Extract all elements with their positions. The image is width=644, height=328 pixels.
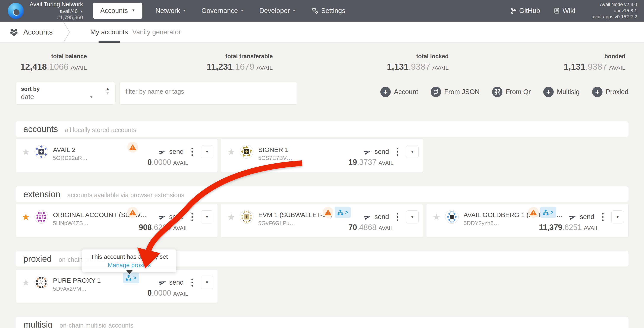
menu-settings-label: Settings — [321, 7, 345, 15]
favorite-star-icon[interactable]: ★ — [227, 213, 235, 222]
summary-dec: .1066 — [47, 62, 68, 71]
menu-governance-label: Governance — [202, 7, 238, 15]
account-name: AVAIL GOLDBERG 1 (EXTENSI… — [464, 211, 528, 219]
account-address[interactable]: 5GRD22aR… — [53, 155, 88, 162]
menu-accounts[interactable]: Accounts ▼ — [93, 2, 142, 19]
favorite-star-icon[interactable]: ★ — [227, 147, 235, 157]
send-button[interactable]: send — [159, 148, 184, 156]
account-actions: + Account From JSON — [380, 87, 628, 97]
menu-settings[interactable]: Settings — [311, 7, 345, 15]
proxy-badge[interactable]: > — [540, 207, 556, 218]
more-menu-icon[interactable] — [396, 211, 399, 223]
account-address[interactable]: 5DvAx2VM… — [53, 286, 101, 292]
proxy-badge[interactable]: > — [335, 207, 351, 218]
avail-logo[interactable] — [8, 3, 24, 19]
favorite-star-icon[interactable]: ★ — [22, 278, 30, 287]
favorite-star-icon[interactable]: ★ — [432, 213, 441, 222]
manage-proxies-link[interactable]: Manage proxies — [85, 262, 174, 269]
users-icon — [9, 28, 20, 36]
summary-dec: .9387 — [409, 62, 430, 71]
expand-details-button[interactable]: ▼ — [406, 210, 418, 223]
menu-developer[interactable]: Developer ▼ — [259, 7, 296, 15]
expand-details-button[interactable]: ▼ — [201, 276, 213, 289]
chevron-down-icon: ▼ — [292, 9, 296, 12]
summary-label: total transferable — [207, 53, 273, 60]
menu-network[interactable]: Network ▼ — [156, 7, 186, 15]
breadcrumb-divider — [63, 21, 70, 43]
chevron-down-icon: ▼ — [182, 9, 186, 12]
balance-unit: AVAIL — [378, 225, 394, 231]
account-identicon[interactable] — [34, 145, 48, 159]
paper-plane-icon — [158, 213, 167, 221]
add-proxied-button[interactable]: + Proxied — [592, 87, 628, 97]
summary-dec: .1679 — [233, 62, 254, 71]
add-account-button[interactable]: + Account — [380, 87, 418, 97]
book-icon — [554, 7, 560, 14]
more-menu-icon[interactable] — [190, 277, 194, 288]
warning-icon[interactable] — [530, 209, 536, 215]
git-branch-icon — [511, 7, 517, 14]
expand-details-button[interactable]: ▼ — [611, 210, 624, 223]
account-address[interactable]: 5HNpW4ZS… — [53, 220, 118, 227]
chevron-down-icon: ▼ — [205, 214, 209, 219]
send-button[interactable]: send — [159, 279, 184, 286]
top-navigation-bar: Avail Turing Network avail/46▼ #1,795,36… — [0, 0, 644, 21]
chevron-down-icon: ▼ — [90, 95, 93, 100]
warning-icon[interactable] — [130, 144, 136, 150]
account-identicon[interactable] — [445, 210, 459, 224]
plus-icon: + — [543, 87, 554, 97]
sort-direction-toggle[interactable]: ▲ ▼ — [105, 87, 110, 95]
wiki-link[interactable]: Wiki — [554, 7, 575, 15]
send-button[interactable]: send — [570, 213, 594, 221]
warning-icon[interactable] — [130, 209, 136, 215]
account-identicon[interactable] — [240, 210, 254, 224]
balance-dec: .6251 — [562, 223, 582, 232]
tab-my-accounts[interactable]: My accounts — [90, 21, 128, 43]
expand-details-button[interactable]: ▼ — [406, 145, 418, 158]
more-menu-icon[interactable] — [601, 211, 604, 223]
favorite-star-icon[interactable]: ★ — [22, 213, 30, 222]
section-title: extension — [23, 189, 60, 199]
proxy-badge[interactable]: > — [123, 273, 139, 283]
balance-dec: .4868 — [357, 223, 376, 232]
tab-vanity-generator[interactable]: Vanity generator — [132, 21, 181, 43]
balance-unit: AVAIL — [378, 160, 394, 166]
chain-spec: avail/46▼ — [29, 8, 83, 14]
send-label: send — [169, 279, 184, 286]
menu-developer-label: Developer — [259, 7, 290, 15]
account-address[interactable]: 5DDY2yzh8… — [464, 220, 528, 227]
account-identicon[interactable] — [240, 145, 254, 159]
balance-dec: .6209 — [152, 223, 171, 232]
network-info[interactable]: Avail Turing Network avail/46▼ #1,795,36… — [29, 1, 83, 20]
section-title: multisig — [23, 320, 53, 328]
expand-details-button[interactable]: ▼ — [201, 145, 213, 158]
menu-governance[interactable]: Governance ▼ — [202, 7, 244, 15]
account-address[interactable]: 5CS7E7BV… — [258, 155, 292, 162]
account-address[interactable]: 5GvF6GLPu… — [258, 220, 323, 227]
add-multisig-button[interactable]: + Multisig — [543, 87, 580, 97]
summary-int: 1,131 — [387, 62, 409, 71]
warning-icon[interactable] — [325, 209, 331, 215]
restore-json-button[interactable]: From JSON — [431, 87, 480, 97]
filter-input[interactable] — [120, 82, 297, 95]
balance-unit: AVAIL — [173, 225, 188, 231]
send-button[interactable]: send — [364, 148, 389, 156]
more-menu-icon[interactable] — [396, 146, 399, 158]
balance-unit: AVAIL — [173, 291, 188, 297]
menu-accounts-label: Accounts — [100, 7, 128, 15]
favorite-star-icon[interactable]: ★ — [22, 147, 30, 157]
sort-by-dropdown[interactable]: sort by date ▼ ▲ ▼ — [16, 82, 115, 104]
more-menu-icon[interactable] — [190, 211, 194, 223]
add-via-qr-button[interactable]: From Qr — [492, 87, 530, 97]
more-menu-icon[interactable] — [190, 146, 194, 158]
send-button[interactable]: send — [159, 213, 184, 221]
send-button[interactable]: send — [364, 213, 389, 221]
expand-details-button[interactable]: ▼ — [201, 210, 213, 223]
send-label: send — [374, 148, 389, 156]
github-link[interactable]: GitHub — [511, 7, 540, 15]
account-identicon[interactable] — [34, 276, 48, 289]
account-identicon[interactable] — [34, 210, 48, 224]
summary-total-balance: total balance 12,418.1066AVAIL — [20, 53, 87, 72]
summary-int: 11,231 — [207, 62, 233, 71]
chevron-down-icon: ▼ — [80, 9, 83, 13]
